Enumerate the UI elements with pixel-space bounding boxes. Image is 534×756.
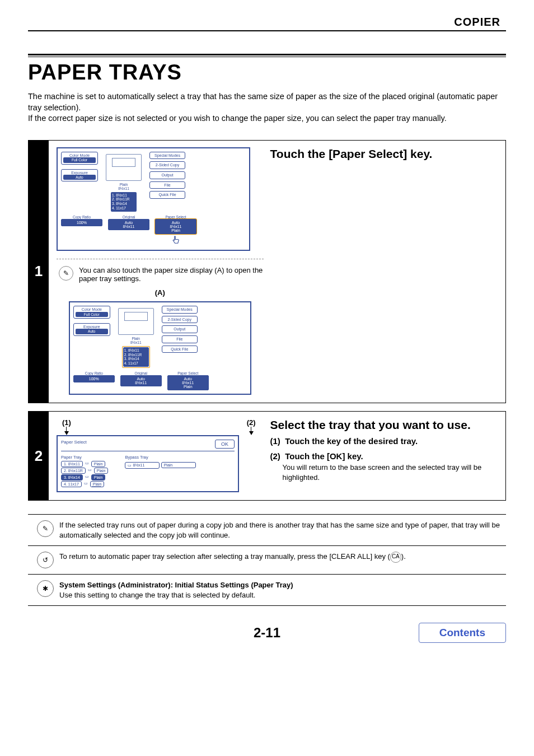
step-2-item-1: Touch the key of the desired tray. — [285, 436, 418, 446]
paper-tray-heading: Paper Tray — [61, 455, 108, 460]
copy-ratio-key[interactable]: 100% — [61, 219, 102, 226]
tray-list: 1. 8½x11 2. 8½x11R 3. 8½x14 4. 11x17 — [111, 192, 137, 212]
clear-all-icon: CA — [390, 552, 401, 563]
intro-line-1: The machine is set to automatically sele… — [28, 91, 506, 113]
control-panel-a: Color ModeFull Color ExposureAuto Plain8… — [69, 301, 251, 395]
page-title: PAPER TRAYS — [28, 60, 506, 85]
note-gear-title: System Settings (Administrator): Initial… — [59, 581, 293, 589]
file-key[interactable]: File — [149, 181, 185, 189]
step-2-number: 2 — [29, 412, 49, 500]
step-2-item-1-num: (1) — [270, 436, 280, 446]
paren-2: (2) — [247, 418, 256, 427]
control-panel: Color Mode Full Color Exposure Auto — [57, 147, 250, 251]
exposure-key[interactable]: Exposure Auto — [61, 169, 98, 182]
paper-select-title: Paper Select — [61, 440, 87, 449]
page-number: 2-11 — [254, 625, 280, 641]
step-1-number: 1 — [29, 141, 49, 403]
quick-file-key[interactable]: Quick File — [149, 191, 185, 199]
special-modes-key[interactable]: Special Modes — [149, 152, 185, 160]
step-2-item-2: Touch the [OK] key. — [285, 451, 363, 461]
color-mode-key[interactable]: Color Mode Full Color — [61, 152, 98, 165]
step-2-item-2-num: (2) — [270, 451, 280, 461]
contents-button[interactable]: Contents — [419, 623, 506, 643]
step-2-heading: Select the tray that you want to use. — [270, 418, 498, 432]
output-key[interactable]: Output — [149, 171, 185, 179]
note-gear-body: Use this setting to change the tray that… — [59, 591, 255, 599]
section-header: COPIER — [454, 16, 506, 29]
step-1-hint: You can also touch the paper size displa… — [79, 266, 264, 283]
paper-select-screen: Paper Select OK Paper Tray 1. 8½x11▭Plai… — [57, 435, 239, 492]
tray-3-button[interactable]: 3. 8½x14 — [61, 474, 83, 480]
gear-icon: ✱ — [37, 580, 54, 597]
ok-button[interactable]: OK — [215, 440, 235, 449]
tray-1-button[interactable]: 1. 8½x11 — [61, 461, 83, 467]
bypass-tray-heading: Bypass Tray — [125, 455, 195, 460]
step-1-heading: Touch the [Paper Select] key. — [270, 147, 498, 161]
two-sided-key[interactable]: 2-Sided Copy — [149, 161, 185, 169]
back-arrow-icon: ↺ — [37, 552, 54, 568]
pencil-icon: ✎ — [59, 266, 73, 281]
pencil-icon: ✎ — [37, 520, 54, 537]
step-2-sub: You will return to the base screen and t… — [283, 463, 498, 482]
bypass-tray-button[interactable]: ▭ 8½x11 — [125, 462, 160, 469]
machine-icon — [106, 154, 142, 181]
intro-line-2: If the correct paper size is not selecte… — [28, 113, 506, 124]
paper-select-key[interactable]: Auto 8½x11 Plain — [155, 219, 196, 234]
paren-1: (1) — [62, 418, 71, 427]
tray-4-button[interactable]: 4. 11x17 — [61, 481, 82, 487]
touch-pointer-icon — [155, 235, 196, 246]
tray-list-highlighted[interactable]: 1. 8½x112. 8½x11R3. 8½x144. 11x17 — [123, 347, 149, 367]
original-key[interactable]: Auto 8½x11 — [108, 219, 149, 230]
tray-2-button[interactable]: 2. 8½x11R — [61, 468, 86, 474]
callout-a: (A) — [57, 288, 264, 297]
note-pencil: If the selected tray runs out of paper d… — [59, 520, 503, 540]
note-back: To return to automatic paper tray select… — [59, 552, 406, 563]
